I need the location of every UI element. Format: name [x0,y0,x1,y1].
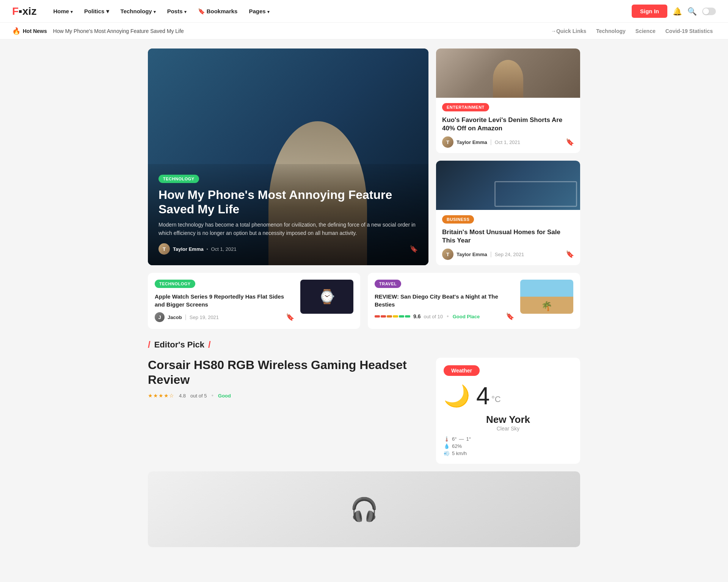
chevron-posts-icon [184,8,187,14]
side-article-1-date: Oct 1, 2021 [495,139,520,145]
small-article-watch-avatar: J [155,312,165,322]
featured-tag: TECHNOLOGY [158,175,199,183]
weather-wind-value: 5 km/h [452,451,467,456]
side-article-1-title: Kuo's Favorite Levi's Denim Shorts Are 4… [442,116,574,133]
logo[interactable]: F▪xiz [12,5,36,17]
weather-unit: °C [491,394,501,404]
search-icon[interactable]: 🔍 [687,7,697,16]
weather-wind: 💨 5 km/h [444,451,573,456]
weather-high-value: 6° [452,436,457,442]
travel-score-num: 9.6 [413,313,420,319]
section-slash-right: / [208,340,211,350]
quick-link-technology[interactable]: Technology [596,28,626,34]
featured-title: How My Phone's Most Annoying Feature Sav… [158,188,418,217]
weather-high-low: 🌡️ 6° — 1° [444,436,573,442]
featured-meta-dot: • [207,247,208,251]
quick-links: Quick Links Technology Science Covid-19 … [556,28,716,34]
nav-link-bookmarks[interactable]: 🔖 Bookmarks [193,5,242,18]
small-article-watch-date: Sep 19, 2021 [190,314,219,320]
small-article-travel: TRAVEL REVIEW: San Diego City Beat's a N… [368,273,580,329]
small-article-watch-content: TECHNOLOGY Apple Watch Series 9 Reported… [155,280,294,322]
small-article-watch-tag: TECHNOLOGY [155,280,195,288]
side-article-1-content: ENTERTAINMENT Kuo's Favorite Levi's Deni… [436,98,580,153]
side-article-1-bookmark[interactable]: 🔖 [566,138,574,146]
featured-date: Oct 1, 2021 [211,246,237,252]
small-article-travel-image [520,280,573,314]
weather-humidity-value: 62% [452,443,462,449]
chevron-pages-icon [267,8,270,14]
quick-links-label: Quick Links [556,28,586,34]
nav-link-home[interactable]: Home [49,5,77,17]
side-article-1-meta: T Taylor Emma | Oct 1, 2021 🔖 [442,136,574,148]
rating-dot: • [211,392,213,399]
small-article-watch-meta: J Jacob | Sep 19, 2021 🔖 [155,312,294,322]
weather-humidity: 💧 62% [444,443,573,449]
sign-in-button[interactable]: Sign In [632,5,667,18]
score-bar-6 [405,315,410,318]
featured-meta: T Taylor Emma • Oct 1, 2021 🔖 [158,243,418,255]
featured-bookmark-button[interactable]: 🔖 [410,245,418,253]
toggle-thumb [703,8,709,14]
side-article-1: ENTERTAINMENT Kuo's Favorite Levi's Deni… [436,48,580,153]
side-article-2-tag: BUSINESS [442,215,474,224]
score-bar-1 [375,315,380,318]
editors-pick-title: Editor's Pick [154,340,204,350]
side-article-2: BUSINESS Britain's Most Unusual Homes fo… [436,161,580,265]
weather-main: 🌙 4 °C [444,382,573,410]
ticker-headline: How My Phone's Most Annoying Feature Sav… [53,28,546,34]
featured-author-name: Taylor Emma [173,246,204,252]
side-article-2-author: Taylor Emma [457,252,487,257]
nav-link-politics[interactable]: Politics ▾ [80,5,114,18]
score-bars [375,315,410,318]
featured-article: TECHNOLOGY How My Phone's Most Annoying … [148,48,428,265]
rating-stars: ★★★★☆ [148,393,174,399]
small-article-watch-dot: | [185,314,187,321]
editors-pick-image: 🎧 [148,471,580,547]
small-articles-row: TECHNOLOGY Apple Watch Series 9 Reported… [148,273,580,329]
hot-news-text: Hot News [23,28,47,34]
chevron-home-icon [71,8,73,14]
weather-dash: — [459,436,464,442]
hot-news-dot: 🔥 [12,27,20,35]
side-article-2-image [436,161,580,210]
theme-toggle[interactable] [702,8,716,15]
side-article-2-content: BUSINESS Britain's Most Unusual Homes fo… [436,210,580,265]
logo-ox: ▪xiz [19,5,36,17]
weather-temp-display: 4 °C [476,382,501,410]
weather-humidity-icon: 💧 [444,443,450,449]
weather-condition: Clear Sky [497,426,520,432]
nav-link-posts[interactable]: Posts [163,5,191,17]
editors-pick-section: / Editor's Pick / Corsair HS80 RGB Wirel… [148,340,580,547]
nav-link-pages[interactable]: Pages [244,5,274,17]
navbar: F▪xiz Home Politics ▾ Technology Posts 🔖… [0,0,728,23]
score-separator: • [447,313,449,320]
editors-pick-content: Corsair HS80 RGB Wireless Gaming Headset… [148,358,428,464]
side-article-2-title: Britain's Most Unusual Homes for Sale Th… [442,228,574,245]
rating-label: out of 5 [190,393,207,399]
score-bar-3 [387,315,392,318]
travel-score-row: 9.6 out of 10 • Good Place 🔖 [375,312,514,321]
logo-f: F [12,5,19,17]
travel-bookmark[interactable]: 🔖 [506,312,514,321]
side-article-1-tag: ENTERTAINMENT [442,103,489,111]
hot-news-label: 🔥 Hot News [12,27,47,35]
quick-link-science[interactable]: Science [635,28,656,34]
featured-author-avatar: T [158,243,170,255]
weather-card: Weather 🌙 4 °C New York Clear Sky 🌡️ 6° … [436,358,580,464]
travel-verdict: Good Place [453,314,480,319]
ticker-arrow-icon[interactable]: → [551,28,556,34]
main-container: TECHNOLOGY How My Phone's Most Annoying … [140,39,588,556]
side-articles: ENTERTAINMENT Kuo's Favorite Levi's Deni… [436,48,580,265]
side-article-2-bookmark[interactable]: 🔖 [566,250,574,258]
small-article-travel-content: TRAVEL REVIEW: San Diego City Beat's a N… [375,280,514,321]
featured-overlay: TECHNOLOGY How My Phone's Most Annoying … [148,164,428,266]
chevron-tech-icon [154,8,156,14]
nav-link-technology[interactable]: Technology [116,5,160,17]
headphones-illustration: 🎧 [148,471,580,547]
small-article-watch-bookmark[interactable]: 🔖 [286,313,294,321]
quick-link-covid[interactable]: Covid-19 Statistics [665,28,713,34]
small-article-watch-image [300,280,353,314]
weather-low-value: 1° [466,436,471,442]
editors-pick-verdict: Good [218,393,231,399]
notifications-icon[interactable]: 🔔 [673,7,682,16]
